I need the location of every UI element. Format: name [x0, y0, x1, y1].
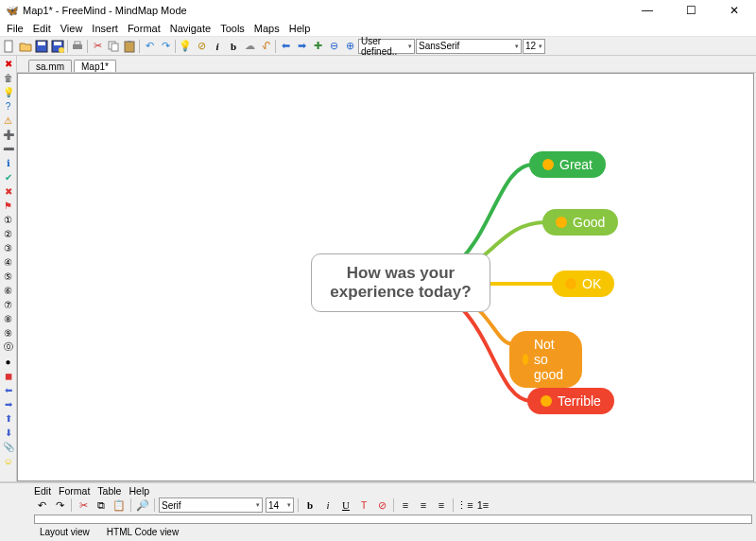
- n8-icon[interactable]: ⑧: [1, 312, 15, 325]
- bmenu-help[interactable]: Help: [129, 485, 149, 497]
- print-icon[interactable]: [70, 39, 85, 54]
- n3-icon[interactable]: ③: [1, 241, 15, 254]
- up-icon[interactable]: ⬆: [1, 411, 15, 425]
- b-clear-icon[interactable]: ⊘: [374, 497, 389, 513]
- left-icon[interactable]: ⬅: [1, 383, 15, 396]
- bmenu-format[interactable]: Format: [59, 485, 90, 497]
- ok-icon[interactable]: ✔: [1, 170, 15, 183]
- node-not-so-good[interactable]: Not so good: [509, 331, 582, 388]
- cloud-icon[interactable]: ☁: [242, 39, 257, 54]
- trash-icon[interactable]: 🗑: [1, 71, 15, 84]
- note-text-input[interactable]: [34, 515, 752, 524]
- tab-Map1[interactable]: Map1*: [74, 60, 116, 72]
- save-icon[interactable]: [34, 39, 49, 54]
- bmenu-table[interactable]: Table: [97, 485, 121, 497]
- flag-icon[interactable]: ⚑: [1, 199, 15, 212]
- b-cut-icon[interactable]: ✂: [76, 497, 91, 513]
- b-bold-icon[interactable]: b: [302, 497, 318, 513]
- b-color-icon[interactable]: T: [356, 497, 371, 513]
- menu-maps[interactable]: Maps: [249, 22, 284, 35]
- n4-icon[interactable]: ④: [1, 255, 15, 269]
- open-icon[interactable]: [18, 39, 33, 54]
- copy-icon[interactable]: [106, 39, 121, 54]
- down-icon[interactable]: ⬇: [1, 426, 15, 439]
- menu-navigate[interactable]: Navigate: [165, 22, 215, 35]
- b-bullet-icon[interactable]: ⋮≡: [457, 497, 472, 513]
- new-icon[interactable]: [2, 39, 17, 54]
- b-size-combo[interactable]: 14: [266, 497, 294, 513]
- italic-icon[interactable]: i: [210, 39, 225, 54]
- right-icon[interactable]: ➡: [1, 397, 15, 410]
- black-dot-icon[interactable]: ●: [1, 355, 15, 368]
- bmenu-edit[interactable]: Edit: [34, 485, 51, 497]
- cut-icon[interactable]: ✂: [90, 39, 105, 54]
- nav-left-icon[interactable]: ⬅: [278, 39, 293, 54]
- tab-samm[interactable]: sa.mm: [28, 60, 72, 72]
- close-button[interactable]: ✕: [718, 4, 750, 17]
- plus-icon[interactable]: ➕: [1, 128, 15, 141]
- b-align-center-icon[interactable]: ≡: [416, 497, 431, 513]
- b-number-icon[interactable]: 1≡: [475, 497, 490, 513]
- encrypt-icon[interactable]: ⊘: [194, 39, 209, 54]
- maximize-button[interactable]: ☐: [675, 4, 707, 17]
- menu-edit[interactable]: Edit: [28, 22, 56, 35]
- zoom-combo[interactable]: User defined..: [358, 39, 415, 54]
- cross-icon[interactable]: ✖: [1, 184, 15, 198]
- menu-format[interactable]: Format: [123, 22, 165, 35]
- menu-file[interactable]: File: [2, 22, 28, 35]
- root-node[interactable]: How was your experience today?: [311, 253, 490, 312]
- n6-icon[interactable]: ⑥: [1, 284, 15, 297]
- delete-icon[interactable]: ✖: [1, 57, 15, 70]
- b-underline-icon[interactable]: U: [338, 497, 353, 513]
- paste-icon[interactable]: [122, 39, 137, 54]
- svg-rect-7: [75, 42, 80, 44]
- attach-icon[interactable]: 📎: [1, 440, 15, 453]
- fontsize-combo[interactable]: 12: [523, 39, 545, 54]
- b-align-left-icon[interactable]: ≡: [398, 497, 413, 513]
- zoom-in-icon[interactable]: ⊕: [342, 39, 357, 54]
- n2-icon[interactable]: ②: [1, 227, 15, 240]
- warn-icon[interactable]: ⚠: [1, 113, 15, 127]
- nav-right-icon[interactable]: ➡: [294, 39, 309, 54]
- n7-icon[interactable]: ⑦: [1, 298, 15, 311]
- n9-icon[interactable]: ⑨: [1, 326, 15, 340]
- menu-help[interactable]: Help: [284, 22, 316, 35]
- b-copy-icon[interactable]: ⧉: [94, 497, 109, 513]
- minimize-button[interactable]: —: [631, 4, 663, 17]
- b-paste-icon[interactable]: 📋: [112, 497, 127, 513]
- zoom-out-icon[interactable]: ⊖: [326, 39, 341, 54]
- idea-icon[interactable]: 💡: [178, 39, 193, 54]
- bold-icon[interactable]: b: [226, 39, 241, 54]
- idea-icon[interactable]: 💡: [1, 85, 15, 98]
- saveas-icon[interactable]: [50, 39, 65, 54]
- font-combo[interactable]: SansSerif: [416, 39, 522, 54]
- info-icon[interactable]: ℹ: [1, 156, 15, 169]
- n5-icon[interactable]: ⑤: [1, 270, 15, 283]
- node-ok[interactable]: OK: [552, 270, 614, 297]
- view-tab-layout-view[interactable]: Layout view: [34, 526, 95, 538]
- view-tab-html-code-view[interactable]: HTML Code view: [101, 526, 184, 538]
- minus-icon[interactable]: ➖: [1, 142, 15, 155]
- b-undo-icon[interactable]: ↶: [34, 497, 49, 513]
- color-icon[interactable]: ᖋ: [258, 39, 273, 54]
- b-align-right-icon[interactable]: ≡: [434, 497, 449, 513]
- menu-insert[interactable]: Insert: [87, 22, 123, 35]
- b-italic-icon[interactable]: i: [320, 497, 335, 513]
- question-icon[interactable]: ?: [1, 99, 15, 113]
- b-find-icon[interactable]: 🔎: [135, 497, 150, 513]
- n1-icon[interactable]: ①: [1, 213, 15, 226]
- node-good[interactable]: Good: [542, 209, 618, 236]
- b-font-combo[interactable]: Serif: [159, 497, 263, 513]
- undo-icon[interactable]: ↶: [142, 39, 157, 54]
- node-terrible[interactable]: Terrible: [527, 388, 614, 414]
- node-great[interactable]: Great: [529, 151, 606, 178]
- menu-tools[interactable]: Tools: [215, 22, 249, 35]
- b-redo-icon[interactable]: ↷: [52, 497, 67, 513]
- nav-center-icon[interactable]: ✚: [310, 39, 325, 54]
- mindmap-canvas[interactable]: How was your experience today? GreatGood…: [17, 73, 754, 481]
- n0-icon[interactable]: ⓪: [1, 340, 15, 354]
- redo-icon[interactable]: ↷: [158, 39, 173, 54]
- stop-icon[interactable]: ◼: [1, 369, 15, 382]
- menu-view[interactable]: View: [56, 22, 88, 35]
- smile-icon[interactable]: ☺: [1, 454, 15, 467]
